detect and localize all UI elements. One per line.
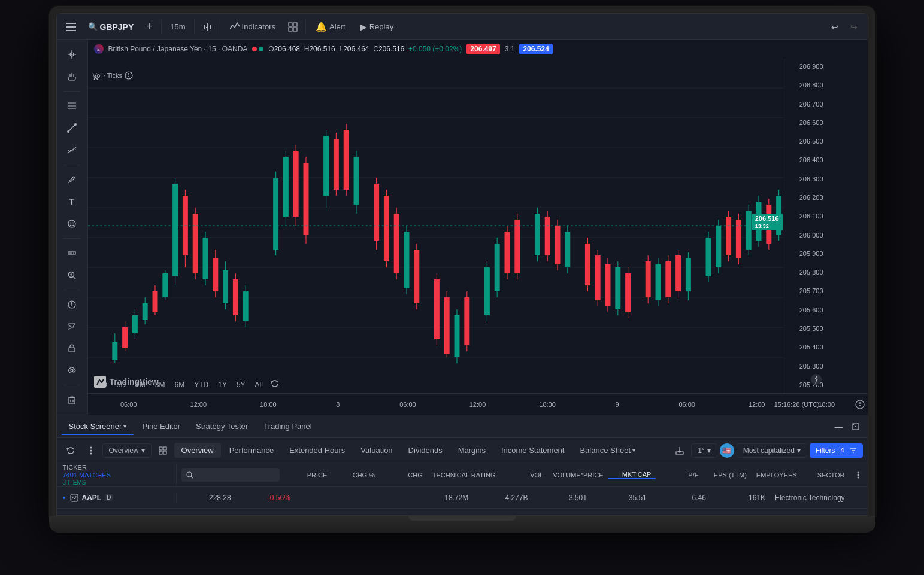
- flag-icon[interactable]: 🇺🇸: [720, 443, 734, 458]
- tf-5y[interactable]: 5Y: [232, 379, 250, 391]
- price-level: 206.900: [787, 63, 823, 70]
- period-selector[interactable]: 1° ▾: [691, 443, 717, 458]
- pen-icon[interactable]: [61, 170, 83, 190]
- s-tab-extended[interactable]: Extended Hours: [282, 443, 352, 458]
- indicators-button[interactable]: Indicators: [224, 19, 281, 35]
- refresh-button[interactable]: [62, 442, 80, 460]
- lines-icon[interactable]: [61, 96, 83, 116]
- paint-icon[interactable]: [61, 317, 83, 337]
- more-options-icon[interactable]: [82, 442, 100, 460]
- sidebar-separator: [63, 385, 80, 385]
- top-toolbar: 🔍 GBPJPY + 15m: [57, 14, 868, 40]
- col-mkt-cap[interactable]: MKT CAP: [608, 471, 656, 479]
- search-icon: 🔍: [88, 22, 98, 31]
- svg-rect-40: [69, 398, 75, 404]
- col-chg[interactable]: CHG: [380, 471, 428, 479]
- add-symbol-button[interactable]: +: [141, 19, 157, 35]
- cell-eps: 6.46: [652, 494, 711, 502]
- delete-icon[interactable]: [61, 390, 83, 410]
- ticker-search-input[interactable]: [197, 471, 269, 479]
- tf-5d[interactable]: 5D: [113, 379, 130, 391]
- replay-button[interactable]: ▶ Replay: [354, 19, 399, 35]
- undo-button[interactable]: ↩: [826, 18, 844, 36]
- tab-stock-screener[interactable]: Stock Screener ▾: [62, 418, 134, 434]
- s-tab-balance-sheet[interactable]: Balance Sheet ▾: [572, 443, 643, 458]
- grid-view-icon[interactable]: [154, 442, 172, 460]
- tab-trading-panel[interactable]: Trading Panel: [256, 418, 319, 434]
- tf-reset-icon[interactable]: [271, 379, 279, 390]
- layout-icon[interactable]: [284, 18, 302, 36]
- matches-count[interactable]: 7401 MATCHES: [63, 471, 170, 479]
- symbol-search[interactable]: 🔍 GBPJPY: [83, 20, 139, 34]
- export-button[interactable]: [671, 442, 689, 460]
- menu-icon[interactable]: [62, 17, 81, 36]
- overview-dropdown[interactable]: Overview ▾: [102, 443, 152, 458]
- datetime-utc: 15:16:28 (UTC): [774, 401, 820, 408]
- svg-line-32: [74, 276, 76, 279]
- tab-pine-editor[interactable]: Pine Editor: [135, 418, 187, 434]
- tf-1y[interactable]: 1Y: [214, 379, 231, 391]
- s-tab-performance[interactable]: Performance: [222, 443, 281, 458]
- crosshair-icon[interactable]: [61, 45, 83, 65]
- svg-rect-137: [584, 244, 590, 285]
- tf-all[interactable]: All: [251, 379, 267, 391]
- screener-table-header: TICKER 7401 MATCHES 3 ITEMS PRICE CHG %: [57, 463, 868, 487]
- price-level: 206.300: [787, 175, 823, 182]
- save-layout-icon[interactable]: [61, 295, 83, 315]
- zoom-icon[interactable]: [61, 265, 83, 285]
- alert-icon: 🔔: [316, 22, 327, 32]
- redo-button[interactable]: ↪: [845, 18, 863, 36]
- alert-button[interactable]: 🔔 Alert: [310, 19, 352, 35]
- bar-style-icon[interactable]: [198, 18, 216, 36]
- col-chg-pct[interactable]: CHG %: [332, 471, 380, 479]
- emoji-icon[interactable]: [61, 214, 83, 233]
- col-pe[interactable]: P/E: [656, 471, 704, 479]
- main-area: T: [57, 40, 868, 415]
- col-vol[interactable]: VOL: [500, 471, 548, 479]
- cell-ticker[interactable]: AAPL D: [57, 494, 177, 502]
- filters-button[interactable]: Filters 4: [810, 443, 863, 458]
- hand-tool-icon[interactable]: [61, 67, 83, 87]
- trend-line-icon[interactable]: [61, 118, 83, 138]
- col-price[interactable]: PRICE: [284, 471, 332, 479]
- price-level: 205.500: [787, 325, 823, 332]
- column-settings-icon[interactable]: [849, 471, 867, 479]
- text-icon[interactable]: T: [61, 192, 83, 212]
- col-employees[interactable]: EMPLOYEES: [752, 471, 802, 479]
- search-wrapper[interactable]: [181, 468, 280, 482]
- col-eps[interactable]: EPS (TTM): [704, 471, 752, 479]
- col-vol-price[interactable]: VOLUME*PRICE: [548, 471, 608, 479]
- tab-strategy-tester[interactable]: Strategy Tester: [189, 418, 255, 434]
- tf-6m[interactable]: 6M: [171, 379, 189, 391]
- lock-icon[interactable]: [61, 339, 83, 358]
- s-tab-valuation[interactable]: Valuation: [353, 443, 399, 458]
- scale-settings-icon[interactable]: [855, 400, 865, 412]
- ruler-icon[interactable]: [61, 244, 83, 263]
- tf-3m[interactable]: 3M: [151, 379, 169, 391]
- timeframe-selector[interactable]: 15m: [165, 20, 190, 34]
- minimize-button[interactable]: —: [832, 419, 846, 434]
- time-label: 12:00: [443, 401, 513, 408]
- tf-1m[interactable]: 1M: [131, 379, 150, 391]
- most-capitalized-dropdown[interactable]: Most capitalized ▾: [737, 443, 807, 458]
- s-tab-overview[interactable]: Overview: [174, 443, 221, 458]
- tab-dropdown[interactable]: Stock Screener ▾: [69, 422, 127, 431]
- tf-ytd[interactable]: YTD: [190, 379, 213, 391]
- maximize-button[interactable]: [849, 419, 863, 434]
- tf-1d[interactable]: 1D: [94, 379, 111, 391]
- svg-point-202: [858, 474, 859, 476]
- s-tab-income[interactable]: Income Statement: [494, 443, 572, 458]
- col-sector[interactable]: SECTOR: [802, 471, 850, 479]
- s-tab-dividends[interactable]: Dividends: [401, 443, 450, 458]
- visibility-icon[interactable]: [61, 361, 83, 381]
- channel-icon[interactable]: [61, 140, 83, 160]
- cell-vol: 18.72M: [414, 494, 473, 502]
- sidebar-separator: [63, 290, 80, 290]
- chart-area[interactable]: £ British Pound / Japanese Yen · 15 · OA…: [88, 40, 868, 415]
- s-tab-margins[interactable]: Margins: [451, 443, 493, 458]
- symbol-full-name: British Pound / Japanese Yen · 15 · OAND…: [108, 45, 248, 53]
- svg-line-19: [68, 124, 75, 132]
- timeframe-row: 1D 5D 1M 3M 6M YTD 1Y 5Y All: [88, 376, 868, 393]
- candlestick-chart[interactable]: 206.516 13:32 206.900 206.800 206.700 20…: [88, 58, 826, 393]
- col-technical[interactable]: TECHNICAL RATING: [428, 471, 501, 479]
